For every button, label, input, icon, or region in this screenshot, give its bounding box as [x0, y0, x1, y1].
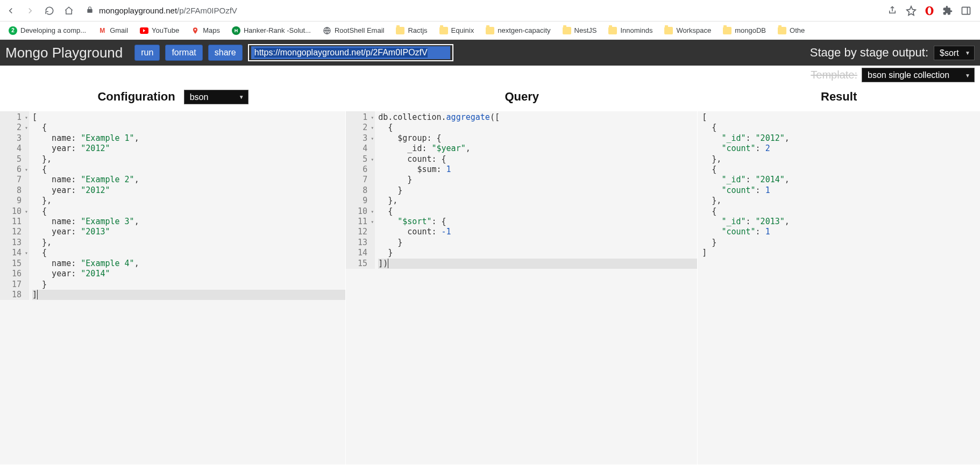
bookmark-label: Workspace [676, 26, 711, 34]
result-title: Result [821, 90, 857, 104]
query-title: Query [505, 90, 539, 104]
bookmark-label: nextgen-capacity [498, 26, 550, 34]
bookmark-item[interactable]: MGmail [94, 24, 132, 37]
result-panel: [ { "_id": "2012", "count": 2 }, { "_id"… [698, 111, 980, 464]
lock-icon [86, 6, 94, 15]
format-button[interactable]: format [165, 45, 202, 61]
config-title: Configuration [97, 90, 175, 104]
stage-select[interactable]: $sort [934, 46, 975, 60]
bookmark-favicon-icon [664, 26, 673, 35]
bookmark-item[interactable]: Maps [187, 24, 224, 37]
bookmark-label: Ractjs [408, 26, 427, 34]
panel-headers: Configuration bson Query Result [0, 82, 980, 111]
opera-icon[interactable] [924, 5, 935, 16]
bookmark-favicon-icon [778, 26, 786, 35]
bookmark-label: YouTube [152, 26, 179, 34]
config-editor[interactable]: [ { name: "Example 1", year: "2012" }, {… [29, 111, 345, 300]
bookmark-favicon-icon [323, 26, 331, 35]
bookmark-favicon-icon: H [232, 26, 240, 35]
bookmark-favicon-icon [486, 26, 494, 35]
bookmark-item[interactable]: Workspace [660, 24, 715, 37]
config-panel[interactable]: 123456789101112131415161718 [ { name: "E… [0, 111, 346, 464]
bookmark-item[interactable]: 2Developing a comp... [4, 24, 90, 37]
bookmark-item[interactable]: mongoDB [719, 24, 770, 37]
bookmark-label: Othe [790, 26, 805, 34]
bookmark-item[interactable]: NestJS [558, 24, 601, 37]
star-icon[interactable] [906, 5, 917, 16]
bookmark-favicon-icon [608, 26, 617, 35]
bookmark-label: Hanker-Rank -Solut... [244, 26, 311, 34]
bookmark-favicon-icon: M [98, 26, 106, 35]
url-text: mongoplayground.net/p/2FAm0IPOzfV [99, 6, 237, 15]
bookmark-label: RootShell Email [335, 26, 385, 34]
reload-button[interactable] [43, 4, 56, 17]
bookmark-favicon-icon [396, 26, 404, 35]
app-title: Mongo Playground [5, 45, 123, 61]
extensions-icon[interactable] [942, 5, 953, 16]
bookmark-item[interactable]: Innominds [604, 24, 657, 37]
result-output: [ { "_id": "2012", "count": 2 }, { "_id"… [698, 111, 980, 259]
bookmark-item[interactable]: RootShell Email [318, 24, 389, 37]
bookmark-item[interactable]: nextgen-capacity [481, 24, 555, 37]
config-mode-select[interactable]: bson [184, 90, 248, 104]
bookmark-label: NestJS [574, 26, 597, 34]
back-button[interactable] [4, 4, 17, 17]
bookmark-label: mongoDB [735, 26, 766, 34]
svg-point-1 [928, 7, 932, 14]
share-button[interactable]: share [208, 45, 243, 61]
query-editor[interactable]: db.collection.aggregate([ { $group: { _i… [375, 111, 697, 269]
bookmark-label: Developing a comp... [20, 26, 86, 34]
svg-rect-2 [962, 7, 970, 14]
url-bar[interactable]: mongoplayground.net/p/2FAm0IPOzfV [82, 6, 881, 15]
browser-toolbar: mongoplayground.net/p/2FAm0IPOzfV [0, 0, 980, 22]
bookmark-favicon-icon [723, 26, 732, 35]
bookmark-label: Innominds [620, 26, 652, 34]
bookmark-item[interactable]: Equinix [435, 24, 479, 37]
sidepanel-icon[interactable] [961, 5, 971, 16]
stage-output-label: Stage by stage output: [810, 46, 928, 60]
template-select[interactable]: bson single collection [862, 68, 975, 82]
bookmark-item[interactable]: YouTube [136, 24, 183, 37]
bookmark-favicon-icon [191, 26, 200, 35]
bookmark-item[interactable]: Othe [773, 24, 809, 37]
run-button[interactable]: run [134, 45, 160, 61]
share-url-wrap [248, 44, 453, 61]
bookmark-item[interactable]: Ractjs [392, 24, 431, 37]
bookmark-favicon-icon [140, 26, 148, 35]
bookmark-item[interactable]: HHanker-Rank -Solut... [228, 24, 315, 37]
forward-button[interactable] [24, 4, 37, 17]
query-panel[interactable]: 123456789101112131415 db.collection.aggr… [346, 111, 698, 464]
bookmark-label: Equinix [451, 26, 474, 34]
bookmarks-bar: 2Developing a comp...MGmailYouTubeMapsHH… [0, 22, 980, 40]
share-page-icon[interactable] [887, 5, 898, 16]
bookmark-favicon-icon [439, 26, 448, 35]
app-bar: Mongo Playground run format share Stage … [0, 40, 980, 66]
bookmark-favicon-icon: 2 [9, 26, 17, 35]
bookmark-label: Maps [203, 26, 220, 34]
share-url-input[interactable] [251, 46, 450, 59]
template-row: Template: bson single collection [0, 66, 980, 82]
svg-point-4 [195, 28, 196, 30]
panels: 123456789101112131415161718 [ { name: "E… [0, 111, 980, 464]
home-button[interactable] [62, 4, 75, 17]
template-label: Template: [811, 69, 857, 81]
bookmark-favicon-icon [563, 26, 571, 35]
bookmark-label: Gmail [110, 26, 128, 34]
